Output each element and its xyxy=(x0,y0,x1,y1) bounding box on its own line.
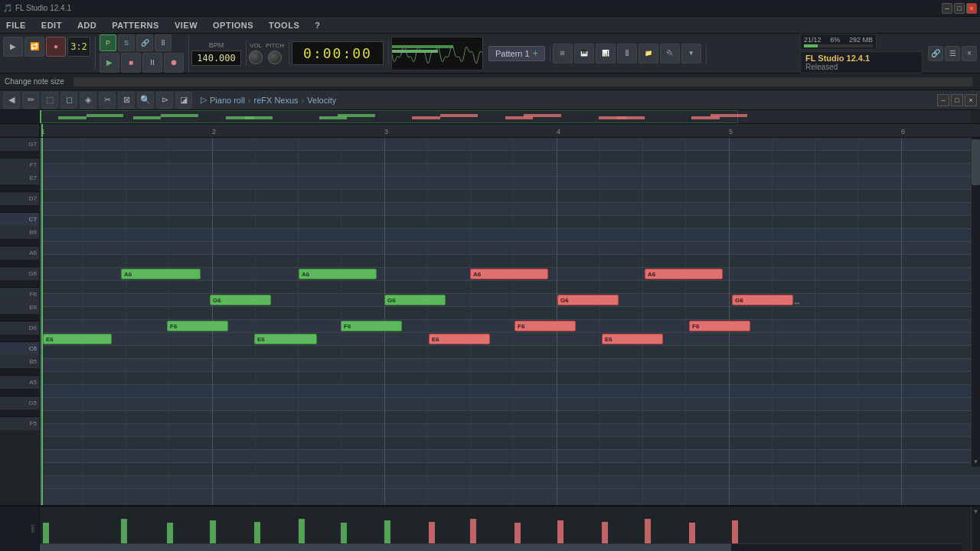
key-B6[interactable]: B6 xyxy=(0,226,39,239)
pr-tool-zoom[interactable]: 🔍 xyxy=(137,92,154,109)
scrollbar-thumb-v[interactable] xyxy=(972,139,980,185)
key-C6[interactable]: C6 xyxy=(0,342,39,355)
key-E6[interactable]: E6 xyxy=(0,301,39,314)
key-B5[interactable]: B5 xyxy=(0,355,39,368)
key-Cs6[interactable] xyxy=(0,334,39,342)
note-G6-3[interactable]: G6 xyxy=(557,295,619,305)
key-Fs5[interactable] xyxy=(0,409,39,417)
key-As5[interactable] xyxy=(0,368,39,376)
record-btn[interactable]: ● xyxy=(46,37,66,57)
pr-maximize[interactable]: □ xyxy=(951,94,963,106)
resize-handle-icon[interactable]: ↔ xyxy=(793,298,801,307)
menu-view[interactable]: VIEW xyxy=(172,19,201,31)
note-A6-4[interactable]: A6 xyxy=(645,269,723,279)
menu-add[interactable]: ADD xyxy=(74,19,100,31)
key-Gs5[interactable] xyxy=(0,389,39,396)
song-mode-btn[interactable]: S xyxy=(118,34,135,51)
loop-btn[interactable]: 🔁 xyxy=(24,37,44,57)
mixer-btn[interactable]: 🎚 xyxy=(155,34,172,51)
menu-file[interactable]: FILE xyxy=(3,19,29,31)
record2-btn[interactable]: ⏺ xyxy=(164,53,184,73)
scrollbar-thumb-h[interactable] xyxy=(40,544,731,551)
note-F6-1[interactable]: F6 xyxy=(167,321,228,331)
note-G6-4[interactable]: G6 xyxy=(732,295,793,305)
key-C7[interactable]: C7 xyxy=(0,213,39,226)
menu-icon[interactable]: ☰ xyxy=(945,46,960,61)
pattern-mode-btn[interactable]: P xyxy=(100,34,116,51)
browser-btn[interactable]: 📁 xyxy=(639,44,658,64)
note-A6-2[interactable]: A6 xyxy=(299,269,377,279)
play-mode-btn[interactable]: ▶ xyxy=(3,37,23,57)
key-G7[interactable]: G7 xyxy=(0,138,39,151)
note-A6-3[interactable]: A6 xyxy=(470,269,548,279)
key-As6[interactable] xyxy=(0,239,39,246)
key-Gs6[interactable] xyxy=(0,259,39,267)
piano-roll-btn[interactable]: 🎹 xyxy=(574,44,594,64)
pattern-add-icon[interactable]: + xyxy=(533,48,538,59)
event-btn[interactable]: 📊 xyxy=(596,44,616,64)
key-Ds7[interactable] xyxy=(0,184,39,192)
note-A6-1[interactable]: A6 xyxy=(121,269,201,279)
master-pitch-knob[interactable] xyxy=(268,51,282,64)
pr-tool-play[interactable]: ⊳ xyxy=(156,92,173,109)
link-icon[interactable]: 🔗 xyxy=(928,46,943,61)
pr-close[interactable]: × xyxy=(965,94,977,106)
note-E6-2[interactable]: E6 xyxy=(254,334,317,344)
pr-tool-slice[interactable]: ✂ xyxy=(99,92,116,109)
key-G6[interactable]: G6 xyxy=(0,267,39,280)
menu-edit[interactable]: EDIT xyxy=(38,19,65,31)
key-Fs7[interactable] xyxy=(0,151,39,158)
scrollbar-arrow-down[interactable]: ▼ xyxy=(972,456,980,467)
scrollbar-arrow-right[interactable]: ▼ xyxy=(972,507,980,516)
mixer2-btn[interactable]: 🎛 xyxy=(617,44,637,64)
note-grid[interactable]: E6 A6 F6 G6 E6 A6 F6 G6 xyxy=(40,138,980,505)
maximize-button[interactable]: □ xyxy=(954,3,965,14)
pr-tool-select[interactable]: ⬚ xyxy=(41,92,58,109)
master-volume-knob[interactable] xyxy=(249,51,263,64)
note-G6-2[interactable]: G6 xyxy=(384,295,446,305)
menu-options[interactable]: OPTIONS xyxy=(210,19,256,31)
menu-tools[interactable]: TOOLS xyxy=(266,19,302,31)
output-btn[interactable]: ▼ xyxy=(681,44,701,64)
menu-help[interactable]: ? xyxy=(312,19,323,31)
note-F6-2[interactable]: F6 xyxy=(341,321,402,331)
tempo-input[interactable]: 140.000 xyxy=(191,51,241,66)
key-Fs6[interactable] xyxy=(0,280,39,288)
link-btn[interactable]: 🔗 xyxy=(136,34,153,51)
note-F6-4[interactable]: F6 xyxy=(689,321,750,331)
key-Ds6[interactable] xyxy=(0,314,39,321)
note-F6-3[interactable]: F6 xyxy=(514,321,576,331)
pr-tool-detuning[interactable]: ◈ xyxy=(80,92,96,109)
key-E7[interactable]: E7 xyxy=(0,171,39,184)
key-D7[interactable]: D7 xyxy=(0,192,39,205)
minimize-button[interactable]: – xyxy=(942,3,952,14)
vertical-scrollbar[interactable]: ▼ xyxy=(971,138,980,467)
key-F6[interactable]: F6 xyxy=(0,288,39,301)
note-E6-3[interactable]: E6 xyxy=(429,334,490,344)
step-seq-btn[interactable]: ⊞ xyxy=(553,44,573,64)
menu-patterns[interactable]: PATTERNS xyxy=(109,19,162,31)
key-F7[interactable]: F7 xyxy=(0,158,39,171)
key-A6[interactable]: A6 xyxy=(0,246,39,259)
pr-tool-draw[interactable]: ✏ xyxy=(22,92,39,109)
key-G5[interactable]: G5 xyxy=(0,396,39,409)
note-E6-1[interactable]: E6 xyxy=(43,334,112,344)
plugin-btn[interactable]: 🔌 xyxy=(660,44,680,64)
pr-tool-mute[interactable]: ◪ xyxy=(175,92,192,109)
key-A5[interactable]: A5 xyxy=(0,376,39,389)
key-Cs7[interactable] xyxy=(0,205,39,213)
key-F5[interactable]: F5 xyxy=(0,417,39,430)
note-E6-4[interactable]: E6 xyxy=(602,334,663,344)
horizontal-scrollbar[interactable] xyxy=(40,543,962,551)
note-G6-1[interactable]: G6 xyxy=(210,295,271,305)
x-icon[interactable]: × xyxy=(962,46,977,61)
pause-btn[interactable]: ⏸ xyxy=(142,53,162,73)
play-btn[interactable]: ▶ xyxy=(100,53,119,73)
close-button[interactable]: × xyxy=(966,3,977,14)
stop-btn[interactable]: ■ xyxy=(121,53,141,73)
pattern-selector[interactable]: Pattern 1 + xyxy=(488,46,545,61)
pr-minimize[interactable]: – xyxy=(937,94,949,106)
key-D6[interactable]: D6 xyxy=(0,321,39,334)
pr-tool-select2[interactable]: ⊠ xyxy=(118,92,135,109)
pr-nav-left[interactable]: ◀ xyxy=(3,92,20,109)
